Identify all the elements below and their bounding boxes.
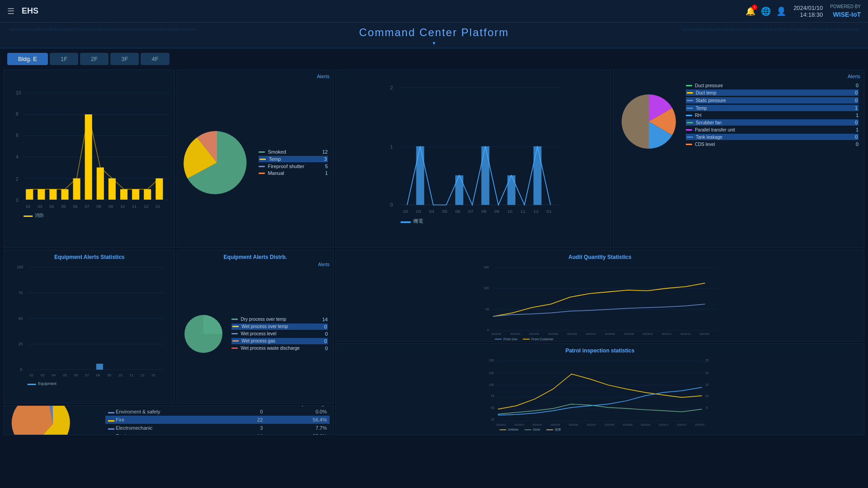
svg-text:50: 50 bbox=[491, 406, 495, 409]
main-content: 10 8 6 4 2 0 bbox=[0, 70, 868, 488]
svg-text:10: 10 bbox=[16, 90, 21, 95]
svg-text:08: 08 bbox=[96, 373, 100, 377]
equip-distrb-title: Equipment Alerts Distrb. bbox=[181, 254, 330, 260]
tab-4f[interactable]: 4F bbox=[141, 53, 169, 65]
legend-item-fireproof: Fireproof shutter 5 bbox=[259, 164, 328, 169]
alerts-distrb-section: Alerts Distrb. bbox=[8, 405, 98, 435]
svg-text:Done: Done bbox=[533, 428, 540, 431]
svg-text:09: 09 bbox=[108, 204, 113, 209]
svg-text:2023/06: 2023/06 bbox=[567, 332, 577, 335]
fire-alerts-header: Alerts bbox=[181, 74, 330, 79]
row1-right: 2 1 0 02 03 04 05 06 07 bbox=[335, 70, 864, 248]
equip-legend-wet-waste: Wet process waste discharge 0 bbox=[231, 346, 328, 351]
mech-pie-panel: Alerts Duct pressure 0 bbox=[613, 70, 864, 248]
svg-text:0: 0 bbox=[390, 202, 393, 207]
svg-text:100: 100 bbox=[484, 286, 489, 290]
svg-text:11: 11 bbox=[130, 373, 133, 377]
svg-text:06: 06 bbox=[73, 204, 78, 209]
svg-rect-36 bbox=[24, 216, 33, 217]
fire-bar-chart: 10 8 6 4 2 0 bbox=[8, 74, 171, 244]
header: ☰ EHS 🔔 1 🌐 👤 2024/01/10 14:18:30 POWERE… bbox=[0, 0, 868, 23]
svg-text:50: 50 bbox=[19, 316, 23, 321]
globe-icon[interactable]: 🌐 bbox=[761, 6, 771, 16]
svg-rect-21 bbox=[132, 189, 139, 200]
tab-3f[interactable]: 3F bbox=[110, 53, 139, 65]
svg-text:25: 25 bbox=[19, 342, 23, 346]
tab-1f[interactable]: 1F bbox=[50, 53, 78, 65]
svg-text:2023/02: 2023/02 bbox=[496, 423, 506, 426]
svg-text:50: 50 bbox=[486, 308, 489, 311]
row2-left: Equipment Alerts Statistics 100 75 50 25… bbox=[4, 250, 334, 435]
svg-text:2023/10: 2023/10 bbox=[643, 332, 653, 335]
svg-text:2023/09: 2023/09 bbox=[624, 332, 634, 335]
svg-rect-86 bbox=[28, 384, 36, 385]
svg-text:2023/03: 2023/03 bbox=[510, 332, 521, 335]
svg-text:2023/03: 2023/03 bbox=[514, 423, 524, 426]
svg-text:10: 10 bbox=[120, 204, 125, 209]
svg-text:03: 03 bbox=[38, 204, 42, 209]
svg-text:12: 12 bbox=[141, 373, 144, 377]
alerts-row-env: Enviroment & safety 0 0.0% bbox=[105, 408, 330, 416]
audit-chart: 150 100 50 0 2023/02 2023/03 2023/04 202… bbox=[340, 262, 860, 336]
svg-text:2023/12: 2023/12 bbox=[677, 423, 686, 426]
mech-legend-parallel: Parallel transfer unit 1 bbox=[686, 127, 859, 132]
banner: rorororo10100101000010101010010101001010… bbox=[0, 23, 868, 48]
svg-text:8: 8 bbox=[16, 112, 19, 117]
user-icon[interactable]: 👤 bbox=[776, 6, 786, 16]
svg-text:25: 25 bbox=[705, 359, 709, 362]
svg-text:2: 2 bbox=[390, 85, 393, 90]
powered-by-label: POWERED BY bbox=[830, 3, 861, 10]
banner-title: Command Center Platform bbox=[359, 26, 509, 38]
equip-distrb-pie bbox=[181, 311, 226, 357]
svg-rect-47 bbox=[507, 175, 515, 205]
svg-text:2023/08: 2023/08 bbox=[604, 423, 614, 426]
svg-text:2023/09: 2023/09 bbox=[623, 423, 632, 426]
svg-text:0: 0 bbox=[487, 328, 489, 332]
svg-rect-14 bbox=[49, 189, 57, 200]
mech-legend-scrubber: Scrubber fan 0 bbox=[686, 119, 859, 126]
tab-bldg-e[interactable]: Bldg. E bbox=[7, 53, 48, 65]
notification-icon[interactable]: 🔔 1 bbox=[745, 6, 755, 16]
tab-2f[interactable]: 2F bbox=[80, 53, 108, 65]
alerts-distrb-table-section: Alerts percentage Enviroment & safety 0 … bbox=[105, 405, 330, 435]
svg-rect-45 bbox=[455, 175, 463, 205]
mech-legend-static-pressure: Static pressure 0 bbox=[686, 97, 859, 103]
svg-text:2023/05: 2023/05 bbox=[548, 332, 558, 335]
svg-text:01: 01 bbox=[156, 204, 160, 209]
svg-text:5: 5 bbox=[706, 406, 708, 409]
svg-text:10: 10 bbox=[507, 209, 513, 214]
alerts-distrb-panel: Alerts Distrb. Ale bbox=[4, 405, 334, 435]
patrol-chart: 150 125 100 75 50 25 25 20 15 10 5 bbox=[340, 356, 860, 429]
svg-text:05: 05 bbox=[442, 209, 448, 214]
svg-text:04: 04 bbox=[49, 204, 54, 209]
svg-rect-48 bbox=[533, 146, 542, 205]
svg-text:100: 100 bbox=[489, 383, 494, 386]
datetime: 2024/01/10 14:18:30 bbox=[793, 5, 823, 18]
svg-text:100: 100 bbox=[17, 265, 23, 269]
svg-text:02: 02 bbox=[29, 373, 33, 377]
svg-rect-16 bbox=[73, 178, 80, 200]
mech-alerts-header: Alerts bbox=[617, 74, 860, 79]
svg-text:125: 125 bbox=[489, 371, 494, 375]
mech-bar-panel: 2 1 0 02 03 04 05 06 07 bbox=[335, 70, 611, 248]
svg-text:巡察: 巡察 bbox=[555, 428, 561, 431]
alerts-row-electro: Electromechanic 3 7.7% bbox=[105, 424, 330, 432]
app-title: EHS bbox=[22, 6, 745, 16]
alerts-distrb-table: Alerts percentage Enviroment & safety 0 … bbox=[105, 405, 330, 435]
mech-bar-chart: 2 1 0 02 03 04 05 06 07 bbox=[340, 74, 607, 244]
svg-rect-61 bbox=[401, 221, 410, 223]
svg-text:12: 12 bbox=[533, 209, 539, 214]
svg-text:消防: 消防 bbox=[35, 213, 44, 218]
svg-text:2023/05: 2023/05 bbox=[550, 423, 560, 426]
svg-text:2023/07: 2023/07 bbox=[586, 332, 596, 335]
header-icons: 🔔 1 🌐 👤 bbox=[745, 6, 786, 16]
svg-text:06: 06 bbox=[74, 373, 78, 377]
equip-legend-wet-level: Wet process level 0 bbox=[231, 331, 328, 337]
svg-text:07: 07 bbox=[468, 209, 474, 214]
svg-text:0: 0 bbox=[16, 198, 19, 203]
svg-text:05: 05 bbox=[63, 373, 66, 377]
menu-icon[interactable]: ☰ bbox=[7, 6, 14, 16]
svg-text:0: 0 bbox=[20, 367, 23, 372]
mech-legend-rh: RH 1 bbox=[686, 113, 859, 118]
svg-text:25: 25 bbox=[491, 418, 495, 421]
